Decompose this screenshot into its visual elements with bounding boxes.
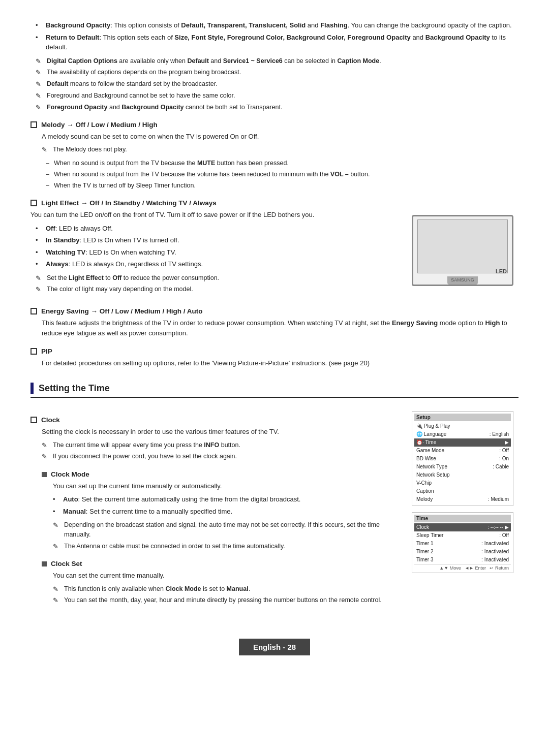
light-bullet-always: Always: LED is always On, regardless of … bbox=[36, 259, 400, 269]
melody-dash-sleep: When the TV is turned off by Sleep Timer… bbox=[46, 181, 518, 191]
top-bullet-return-default: Return to Default: This option sets each… bbox=[36, 33, 518, 52]
light-effect-heading: Light Effect → Off / In Standby / Watchi… bbox=[41, 199, 217, 207]
osd-plug-play-label: 🔌 Plug & Play bbox=[416, 423, 450, 430]
osd-sleep-timer-value: : Off bbox=[499, 532, 509, 539]
melody-dash-vol: When no sound is output from the TV beca… bbox=[46, 170, 518, 179]
osd-vchip: V-Chip bbox=[414, 479, 511, 487]
osd-timer2-value: : Inactivated bbox=[481, 548, 509, 555]
clock-mode-heading: Clock Mode bbox=[51, 470, 89, 478]
light-effect-checkbox-icon bbox=[30, 200, 37, 206]
osd-caption: Caption bbox=[414, 487, 511, 495]
osd-time-header: Time bbox=[414, 515, 511, 522]
light-effect-description: You can turn the LED on/off on the front… bbox=[30, 210, 400, 220]
melody-note-list: The Melody does not play. bbox=[30, 145, 518, 154]
osd-clock-label: Clock bbox=[416, 524, 429, 531]
osd-setup-header: Setup bbox=[414, 414, 511, 421]
energy-saving-heading-container: Energy Saving → Off / Low / Medium / Hig… bbox=[30, 307, 518, 315]
tv-screen bbox=[417, 219, 508, 273]
melody-dash-mute: When no sound is output from the TV beca… bbox=[46, 159, 518, 168]
osd-setup: Setup 🔌 Plug & Play 🌐 Language : English… bbox=[412, 411, 513, 506]
top-bullet-list: Background Opacity: This option consists… bbox=[30, 20, 518, 52]
osd-time-menu: Time Clock : --:-- -- ▶ Sleep Timer : Of… bbox=[412, 512, 513, 573]
note-default-broadcaster: Default means to follow the standard set… bbox=[36, 79, 518, 89]
note-opacity-transparent: Foreground Opacity and Background Opacit… bbox=[36, 103, 518, 112]
osd-network-type-value: : Cable bbox=[493, 463, 509, 470]
osd-bd-wise-value: : On bbox=[499, 455, 509, 462]
osd-clock-value: : --:-- -- ▶ bbox=[487, 524, 509, 531]
osd-language-label: 🌐 Language bbox=[416, 431, 446, 438]
footer-bar: English - 28 bbox=[30, 635, 518, 659]
osd-melody-value: : Medium bbox=[488, 496, 509, 503]
clock-notes: The current time will appear every time … bbox=[30, 440, 400, 462]
top-note-list: Digital Caption Options are available on… bbox=[30, 56, 518, 112]
clock-right-osds: Setup 🔌 Plug & Play 🌐 Language : English… bbox=[412, 407, 518, 573]
osd-melody-label: Melody bbox=[416, 496, 433, 503]
pip-heading-container: PIP bbox=[30, 348, 518, 355]
clock-description: Setting the clock is necessary in order … bbox=[30, 427, 400, 437]
clock-left: Clock Setting the clock is necessary in … bbox=[30, 407, 400, 609]
osd-timer1-value: : Inactivated bbox=[481, 540, 509, 547]
clock-mode-note-signal: Depending on the broadcast station and s… bbox=[53, 520, 400, 540]
osd-bd-wise-label: BD Wise bbox=[416, 455, 436, 462]
light-note-color: The color of light may vary depending on… bbox=[36, 285, 400, 294]
energy-saving-description: This feature adjusts the brightness of t… bbox=[30, 318, 518, 338]
osd-time: ⏰ · Time ▶ bbox=[414, 438, 511, 447]
clock-set-note-manual: This function is only available when Clo… bbox=[53, 584, 400, 594]
tv-image: SAMSUNG LED bbox=[412, 215, 513, 286]
clock-mode-notes: Depending on the broadcast station and s… bbox=[30, 520, 400, 551]
light-effect-left: You can turn the LED on/off on the front… bbox=[30, 210, 400, 298]
osd-network-setup: Network Setup bbox=[414, 471, 511, 479]
light-effect-right: SAMSUNG LED bbox=[412, 210, 518, 286]
light-bullet-off: Off: LED is always Off. bbox=[36, 224, 400, 234]
tv-brand-label: SAMSUNG bbox=[451, 277, 474, 282]
clock-mode-auto: Auto: Set the current time automatically… bbox=[53, 494, 400, 505]
energy-saving-checkbox-icon bbox=[30, 308, 37, 314]
osd-timer2: Timer 2 : Inactivated bbox=[414, 548, 511, 556]
clock-checkbox-icon bbox=[30, 417, 37, 423]
osd-timer3-value: : Inactivated bbox=[481, 556, 509, 563]
melody-checkbox-icon bbox=[30, 121, 37, 128]
clock-note-disconnect: If you disconnect the power cord, you ha… bbox=[42, 452, 400, 461]
osd-timer3-label: Timer 3 bbox=[416, 556, 434, 563]
osd-sleep-timer-label: Sleep Timer bbox=[416, 532, 443, 539]
light-effect-notes: Set the Light Effect to Off to reduce th… bbox=[30, 273, 400, 295]
light-bullet-standby: In Standby: LED is On when TV is turned … bbox=[36, 235, 400, 245]
clock-set-note-buttons: You can set the month, day, year, hour a… bbox=[53, 595, 400, 605]
page-label: English - 28 bbox=[239, 639, 310, 655]
melody-description: A melody sound can be set to come on whe… bbox=[30, 132, 518, 142]
melody-dash-list: When no sound is output from the TV beca… bbox=[30, 159, 518, 190]
osd-sleep-timer: Sleep Timer : Off bbox=[414, 531, 511, 540]
osd-bd-wise: BD Wise : On bbox=[414, 455, 511, 463]
clock-mode-heading-container: Clock Mode bbox=[42, 470, 400, 478]
osd-time-label: · Time bbox=[422, 439, 436, 446]
clock-set-description: You can set the current time manually. bbox=[30, 571, 400, 581]
clock-mode-bullets: Auto: Set the current time automatically… bbox=[30, 494, 400, 516]
clock-set-heading: Clock Set bbox=[51, 560, 82, 568]
osd-vchip-label: V-Chip bbox=[416, 480, 432, 487]
top-bullet-bg-opacity: Background Opacity: This option consists… bbox=[36, 20, 518, 30]
note-availability: The availability of captions depends on … bbox=[36, 68, 518, 77]
clock-set-heading-container: Clock Set bbox=[42, 560, 400, 568]
osd-plug-play: 🔌 Plug & Play bbox=[414, 422, 511, 430]
osd-timer1: Timer 1 : Inactivated bbox=[414, 540, 511, 548]
clock-mode-description: You can set up the current time manually… bbox=[30, 481, 400, 491]
blue-bar-icon bbox=[30, 383, 34, 394]
osd-time-arrow: ▶ bbox=[505, 439, 509, 446]
pip-heading: PIP bbox=[41, 348, 52, 355]
clock-heading-container: Clock bbox=[30, 416, 400, 424]
osd-network-setup-label: Network Setup bbox=[416, 471, 450, 479]
note-digital-caption: Digital Caption Options are available on… bbox=[36, 56, 518, 66]
clock-content: Clock Setting the clock is necessary in … bbox=[30, 407, 518, 609]
melody-heading-container: Melody → Off / Low / Medium / High bbox=[30, 121, 518, 129]
clock-note-info: The current time will appear every time … bbox=[42, 440, 400, 450]
osd-game-mode-label: Game Mode bbox=[416, 447, 444, 454]
setting-time-heading-container: Setting the Time bbox=[30, 383, 518, 398]
light-effect-heading-container: Light Effect → Off / In Standby / Watchi… bbox=[30, 199, 518, 207]
setting-time-heading: Setting the Time bbox=[39, 383, 110, 394]
melody-heading: Melody → Off / Low / Medium / High bbox=[41, 121, 158, 129]
light-note-off: Set the Light Effect to Off to reduce th… bbox=[36, 273, 400, 283]
osd-melody: Melody : Medium bbox=[414, 495, 511, 503]
clock-mode-manual: Manual: Set the current time to a manual… bbox=[53, 507, 400, 517]
osd-timer2-label: Timer 2 bbox=[416, 548, 434, 555]
osd-footer-nav: ▲▼ Move ◄► Enter ↩ Return bbox=[414, 564, 511, 571]
